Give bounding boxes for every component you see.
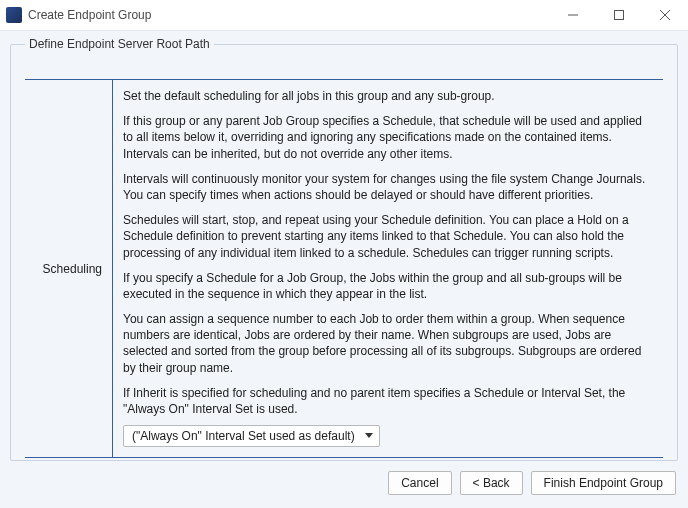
scheduling-content: Set the default scheduling for all jobs … <box>113 80 663 457</box>
scheduling-section: Scheduling Set the default scheduling fo… <box>25 79 663 458</box>
scheduling-paragraph: Schedules will start, stop, and repeat u… <box>123 212 653 261</box>
scheduling-paragraph: Set the default scheduling for all jobs … <box>123 88 653 104</box>
app-icon <box>6 7 22 23</box>
finish-endpoint-group-button[interactable]: Finish Endpoint Group <box>531 471 676 495</box>
cancel-button[interactable]: Cancel <box>388 471 451 495</box>
scheduling-combo[interactable]: ("Always On" Interval Set used as defaul… <box>123 425 380 447</box>
wizard-footer: Cancel < Back Finish Endpoint Group <box>10 471 678 495</box>
close-button[interactable] <box>642 0 688 30</box>
scheduling-paragraph: If this group or any parent Job Group sp… <box>123 113 653 162</box>
back-button[interactable]: < Back <box>460 471 523 495</box>
define-root-path-groupbox: Define Endpoint Server Root Path Schedul… <box>10 37 678 461</box>
svg-rect-1 <box>615 11 624 20</box>
titlebar: Create Endpoint Group <box>0 0 688 30</box>
scheduling-paragraph: You can assign a sequence number to each… <box>123 311 653 376</box>
svg-marker-4 <box>365 433 373 438</box>
minimize-button[interactable] <box>550 0 596 30</box>
scheduling-label: Scheduling <box>25 80 113 457</box>
scheduling-combo-value: ("Always On" Interval Set used as defaul… <box>132 429 355 443</box>
scheduling-paragraph: If you specify a Schedule for a Job Grou… <box>123 270 653 302</box>
window-title: Create Endpoint Group <box>28 8 151 22</box>
maximize-button[interactable] <box>596 0 642 30</box>
scheduling-row: Scheduling Set the default scheduling fo… <box>25 80 663 457</box>
scheduling-paragraph: If Inherit is specified for scheduling a… <box>123 385 653 417</box>
scheduling-paragraph: Intervals will continuously monitor your… <box>123 171 653 203</box>
groupbox-legend: Define Endpoint Server Root Path <box>25 37 214 51</box>
chevron-down-icon <box>365 433 373 439</box>
client-area: Define Endpoint Server Root Path Schedul… <box>0 30 688 508</box>
